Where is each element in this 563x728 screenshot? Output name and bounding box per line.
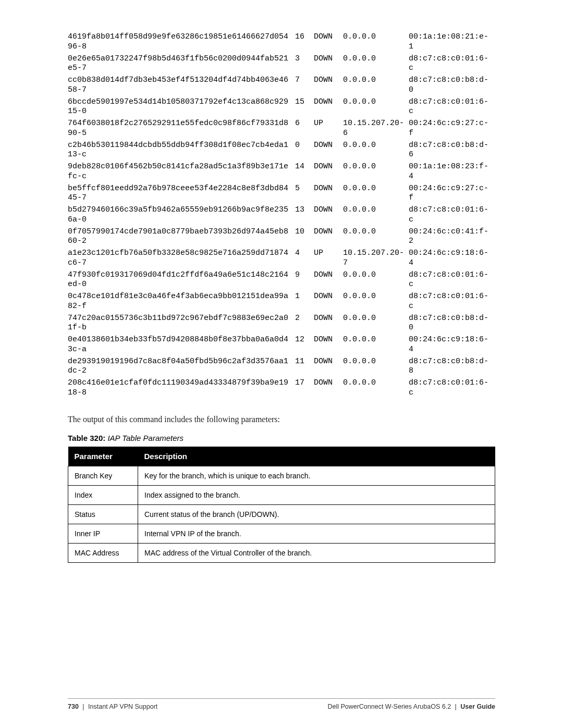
footer-sep-right: | xyxy=(455,703,457,710)
mac-cell: d8:c7:c8:c0:01:6-c xyxy=(409,204,495,226)
status-cell: UP xyxy=(314,248,343,269)
table-row: Branch KeyKey for the branch, which is u… xyxy=(68,466,495,485)
branch-key-cell: 0e40138601b34eb33fb57d94208848b0f8e37bba… xyxy=(68,334,295,356)
footer-left: 730 | Instant AP VPN Support xyxy=(68,703,157,710)
table-row: c2b46b530119844dcbdb55ddb94ff308d1f08ec7… xyxy=(68,140,495,162)
param-name-cell: Index xyxy=(68,485,138,504)
mac-cell: 00:1a:1e:08:21:e-1 xyxy=(409,31,495,53)
table-row: 6bccde5901997e534d14b10580371792ef4c13ca… xyxy=(68,96,495,118)
footer-doc-type: User Guide xyxy=(460,703,495,710)
mac-cell: 00:24:6c:c9:18:6-4 xyxy=(409,248,495,269)
ip-cell: 0.0.0.0 xyxy=(343,204,409,226)
index-cell: 14 xyxy=(295,161,314,183)
footer-sep-left: | xyxy=(82,703,84,710)
branch-key-cell: 764f6038018f2c2765292911e55fedc0c98f86cf… xyxy=(68,118,295,140)
status-cell: DOWN xyxy=(314,204,343,226)
ip-cell: 0.0.0.0 xyxy=(343,53,409,75)
status-cell: DOWN xyxy=(314,183,343,205)
status-cell: UP xyxy=(314,118,343,140)
table-row: 0c478ce101df81e3c0a46fe4f3ab6eca9bb01215… xyxy=(68,291,495,313)
status-cell: DOWN xyxy=(314,377,343,399)
table-label-title: IAP Table Parameters xyxy=(107,434,183,442)
footer-right: Dell PowerConnect W-Series ArubaOS 6.2 |… xyxy=(327,703,495,710)
param-desc-cell: MAC address of the Virtual Controller of… xyxy=(138,543,495,562)
index-cell: 6 xyxy=(295,118,314,140)
table-label-prefix: Table 320: xyxy=(68,434,105,442)
mac-cell: d8:c7:c8:c0:01:6-c xyxy=(409,53,495,75)
index-cell: 0 xyxy=(295,140,314,162)
col-header-description: Description xyxy=(138,447,495,466)
mac-cell: d8:c7:c8:c0:01:6-c xyxy=(409,269,495,291)
table-row: a1e23c1201cfb76a50fb3328e58c9825e716a259… xyxy=(68,248,495,269)
param-name-cell: Inner IP xyxy=(68,524,138,543)
param-name-cell: Status xyxy=(68,504,138,524)
branch-key-cell: b5d279460166c39a5fb9462a65559eb91266b9ac… xyxy=(68,204,295,226)
status-cell: DOWN xyxy=(314,140,343,162)
index-cell: 13 xyxy=(295,204,314,226)
param-desc-cell: Index assigned to the branch. xyxy=(138,485,495,504)
table-row: 4619fa8b014ff058d99e9fe63286c19851e61466… xyxy=(68,31,495,53)
index-cell: 2 xyxy=(295,313,314,335)
table-row: StatusCurrent status of the branch (UP/D… xyxy=(68,504,495,524)
ip-cell: 0.0.0.0 xyxy=(343,75,409,96)
table-header-row: Parameter Description xyxy=(68,447,495,466)
table-row: be5ffcf801eedd92a76b978ceee53f4e2284c8e8… xyxy=(68,183,495,205)
index-cell: 5 xyxy=(295,183,314,205)
mac-cell: d8:c7:c8:c0:b8:d-6 xyxy=(409,140,495,162)
footer-product: Dell PowerConnect W-Series ArubaOS 6.2 xyxy=(327,703,451,710)
status-cell: DOWN xyxy=(314,75,343,96)
table-row: 9deb828c0106f4562b50c8141cfa28ad5c1a3f89… xyxy=(68,161,495,183)
branch-key-cell: cc0b838d014df7db3eb453ef4f513204df4d74bb… xyxy=(68,75,295,96)
table-row: 47f930fc019317069d04fd1c2ffdf6a49a6e51c1… xyxy=(68,269,495,291)
branch-key-cell: 747c20ac0155736c3b11bd972c967ebdf7c9883e… xyxy=(68,313,295,335)
description-text: The output of this command includes the … xyxy=(68,415,495,424)
index-cell: 15 xyxy=(295,96,314,118)
ip-cell: 0.0.0.0 xyxy=(343,313,409,335)
status-cell: DOWN xyxy=(314,31,343,53)
branch-key-cell: a1e23c1201cfb76a50fb3328e58c9825e716a259… xyxy=(68,248,295,269)
ip-cell: 0.0.0.0 xyxy=(343,183,409,205)
table-row: 747c20ac0155736c3b11bd972c967ebdf7c9883e… xyxy=(68,313,495,335)
param-name-cell: MAC Address xyxy=(68,543,138,562)
status-cell: DOWN xyxy=(314,226,343,248)
status-cell: DOWN xyxy=(314,334,343,356)
ip-cell: 0.0.0.0 xyxy=(343,226,409,248)
param-name-cell: Branch Key xyxy=(68,466,138,485)
mac-cell: d8:c7:c8:c0:b8:d-8 xyxy=(409,356,495,378)
document-page: 4619fa8b014ff058d99e9fe63286c19851e61466… xyxy=(0,0,563,726)
param-desc-cell: Key for the branch, which is unique to e… xyxy=(138,466,495,485)
status-cell: DOWN xyxy=(314,53,343,75)
mac-cell: 00:24:6c:c0:41:f-2 xyxy=(409,226,495,248)
ip-cell: 0.0.0.0 xyxy=(343,334,409,356)
branch-key-cell: 208c416e01e1cfaf0fdc11190349ad43334879f3… xyxy=(68,377,295,399)
index-cell: 17 xyxy=(295,377,314,399)
branch-key-cell: de293919019196d7c8ac8f04a50fbd5b96c2af3d… xyxy=(68,356,295,378)
index-cell: 1 xyxy=(295,291,314,313)
param-desc-cell: Current status of the branch (UP/DOWN). xyxy=(138,504,495,524)
index-cell: 4 xyxy=(295,248,314,269)
table-caption: Table 320: IAP Table Parameters xyxy=(68,434,495,442)
mac-cell: 00:24:6c:c9:27:c-f xyxy=(409,183,495,205)
branch-key-cell: 47f930fc019317069d04fd1c2ffdf6a49a6e51c1… xyxy=(68,269,295,291)
branch-key-cell: 9deb828c0106f4562b50c8141cfa28ad5c1a3f89… xyxy=(68,161,295,183)
cli-output-table: 4619fa8b014ff058d99e9fe63286c19851e61466… xyxy=(68,31,495,399)
ip-cell: 0.0.0.0 xyxy=(343,269,409,291)
ip-cell: 0.0.0.0 xyxy=(343,31,409,53)
mac-cell: 00:24:6c:c9:27:c-f xyxy=(409,118,495,140)
index-cell: 10 xyxy=(295,226,314,248)
index-cell: 16 xyxy=(295,31,314,53)
status-cell: DOWN xyxy=(314,291,343,313)
status-cell: DOWN xyxy=(314,96,343,118)
mac-cell: d8:c7:c8:c0:01:6-c xyxy=(409,291,495,313)
mac-cell: 00:1a:1e:08:23:f-4 xyxy=(409,161,495,183)
mac-cell: 00:24:6c:c9:18:6-4 xyxy=(409,334,495,356)
page-number: 730 xyxy=(68,703,79,710)
branch-key-cell: 0c478ce101df81e3c0a46fe4f3ab6eca9bb01215… xyxy=(68,291,295,313)
index-cell: 9 xyxy=(295,269,314,291)
mac-cell: d8:c7:c8:c0:b8:d-0 xyxy=(409,313,495,335)
table-row: 0e26e65a01732247f98b5d463f1fb56c0200d094… xyxy=(68,53,495,75)
table-row: Inner IPInternal VPN IP of the branch. xyxy=(68,524,495,543)
table-row: 208c416e01e1cfaf0fdc11190349ad43334879f3… xyxy=(68,377,495,399)
ip-cell: 0.0.0.0 xyxy=(343,140,409,162)
ip-cell: 10.15.207.20-7 xyxy=(343,248,409,269)
